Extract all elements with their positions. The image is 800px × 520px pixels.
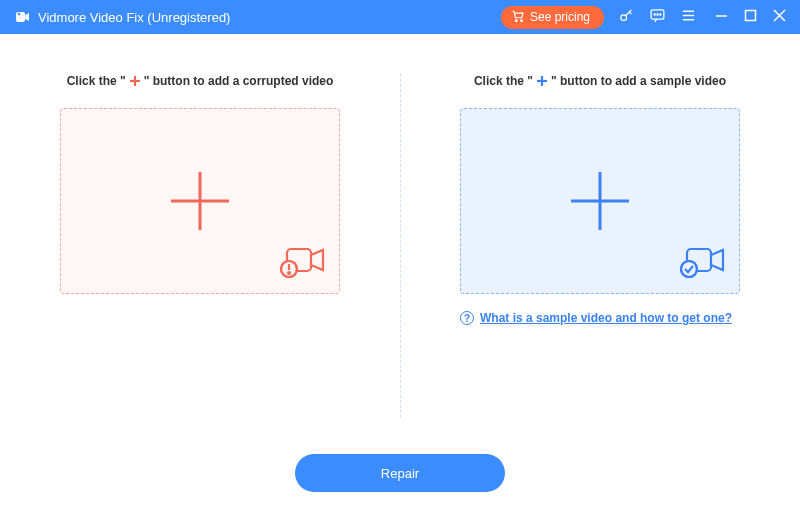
- corrupted-camera-icon: [279, 243, 327, 283]
- footer: Repair: [0, 438, 800, 520]
- titlebar: Vidmore Video Fix (Unregistered) See pri…: [0, 0, 800, 34]
- panel-divider: [400, 74, 401, 418]
- svg-point-7: [657, 14, 658, 15]
- menu-icon[interactable]: [680, 7, 697, 27]
- instruction-text: " button to add a sample video: [551, 74, 726, 88]
- svg-rect-13: [746, 11, 756, 21]
- sample-video-panel: Click the " " button to add a sample vid…: [400, 64, 800, 438]
- cart-icon: [511, 9, 525, 26]
- svg-point-24: [288, 272, 290, 274]
- svg-point-3: [521, 19, 523, 21]
- instruction-text: Click the ": [474, 74, 533, 88]
- svg-point-2: [515, 19, 517, 21]
- add-corrupted-video-button[interactable]: [60, 108, 340, 294]
- corrupted-video-panel: Click the " " button to add a corrupted …: [0, 64, 400, 438]
- close-button[interactable]: [773, 9, 786, 25]
- svg-rect-0: [16, 12, 25, 22]
- see-pricing-label: See pricing: [530, 10, 590, 24]
- instruction-text: " button to add a corrupted video: [144, 74, 334, 88]
- repair-button[interactable]: Repair: [295, 454, 505, 492]
- sample-video-help-link[interactable]: What is a sample video and how to get on…: [480, 310, 732, 327]
- corrupted-instruction: Click the " " button to add a corrupted …: [67, 74, 334, 88]
- app-title: Vidmore Video Fix (Unregistered): [38, 10, 230, 25]
- help-icon: ?: [460, 311, 474, 325]
- add-sample-video-button[interactable]: [460, 108, 740, 294]
- plus-icon: [128, 74, 142, 88]
- main-content: Click the " " button to add a corrupted …: [0, 34, 800, 438]
- svg-point-4: [621, 15, 627, 21]
- see-pricing-button[interactable]: See pricing: [501, 6, 604, 29]
- sample-camera-icon: [679, 243, 727, 283]
- key-icon[interactable]: [618, 7, 635, 27]
- app-logo-icon: [14, 8, 32, 26]
- instruction-text: Click the ": [67, 74, 126, 88]
- maximize-button[interactable]: [744, 9, 757, 25]
- plus-icon: [535, 74, 549, 88]
- svg-point-1: [18, 13, 20, 15]
- svg-point-6: [654, 14, 655, 15]
- feedback-icon[interactable]: [649, 7, 666, 27]
- sample-instruction: Click the " " button to add a sample vid…: [474, 74, 726, 88]
- minimize-button[interactable]: [715, 9, 728, 25]
- svg-point-8: [660, 14, 661, 15]
